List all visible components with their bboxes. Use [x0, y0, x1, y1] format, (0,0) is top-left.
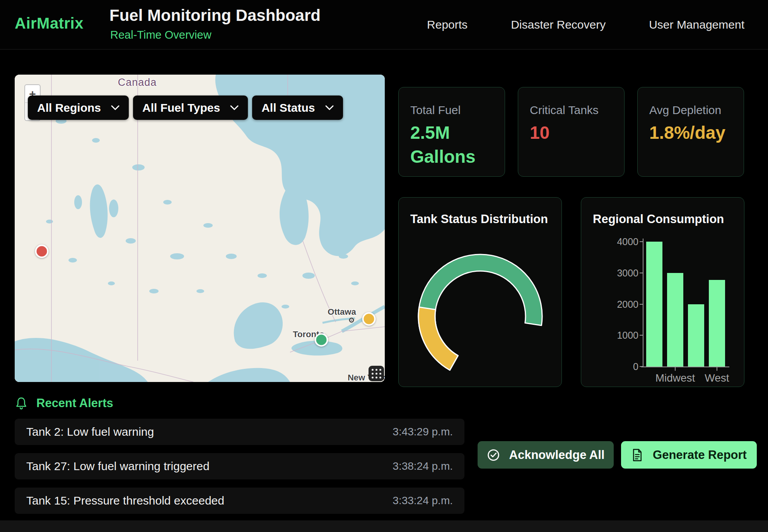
bar-chart-ytick-mark: [640, 241, 643, 242]
check-circle-icon: [487, 448, 500, 462]
nav-user-management[interactable]: User Management: [649, 18, 744, 31]
tank-marker-warning[interactable]: [362, 312, 376, 326]
regional-consumption-bar-chart: 01000200030004000MidwestWest: [581, 198, 745, 387]
donut-slice-warning: [418, 307, 458, 370]
chevron-down-icon: [230, 105, 239, 111]
alert-message: Tank 2: Low fuel warning: [26, 425, 154, 438]
alerts-title: Recent Alerts: [36, 396, 113, 410]
bar-chart-xtick-label: West: [686, 372, 748, 384]
alert-row[interactable]: Tank 2: Low fuel warning3:43:29 p.m.: [15, 419, 464, 445]
bar-chart-ytick-mark: [640, 273, 643, 273]
alert-timestamp: 3:43:29 p.m.: [393, 426, 453, 438]
bottom-strip: [0, 520, 768, 532]
bar-chart-x-axis: [641, 367, 729, 367]
map-filters: All RegionsAll Fuel TypesAll Status: [28, 95, 343, 120]
bar-chart-ytick-label: 1000: [584, 330, 638, 341]
alert-row[interactable]: Tank 27: Low fuel warning triggered3:38:…: [15, 453, 464, 479]
tank-marker-normal[interactable]: [315, 333, 328, 347]
ottawa-town-dot: [349, 318, 354, 323]
stat-value: 2.5M Gallons: [410, 121, 482, 169]
stat-label: Total Fuel: [410, 104, 493, 117]
chevron-down-icon: [111, 105, 119, 111]
regional-consumption-card: Regional Consumption 01000200030004000Mi…: [581, 197, 744, 387]
stat-card-critical-tanks: Critical Tanks10: [518, 87, 625, 177]
bar-chart-ytick-label: 0: [584, 361, 638, 372]
alert-row[interactable]: Tank 15: Pressure threshold exceeded3:33…: [15, 488, 464, 514]
bar-chart-ytick-mark: [640, 366, 643, 367]
bar-chart-xtick-mark: [675, 367, 676, 371]
alert-message: Tank 27: Low fuel warning triggered: [26, 460, 210, 473]
bar-chart-y-axis: [643, 239, 643, 367]
filter-all-regions[interactable]: All Regions: [28, 95, 129, 120]
tank-status-card: Tank Status Distribution: [398, 197, 562, 387]
bar-chart-ytick-label: 3000: [584, 268, 638, 279]
stat-value: 1.8%/day: [649, 121, 721, 145]
bar-region-1: [646, 242, 662, 367]
header: AirMatrix Fuel Monitoring Dashboard Real…: [0, 0, 768, 49]
map-canvas: [15, 75, 385, 382]
chevron-down-icon: [325, 105, 334, 111]
tank-marker-critical[interactable]: [35, 245, 49, 258]
drag-handle-icon[interactable]: [369, 366, 384, 381]
filter-value: All Fuel Types: [142, 101, 220, 114]
bell-icon: [15, 397, 27, 410]
acknowledge-all-label: Acknowledge All: [509, 448, 605, 462]
brand-logo[interactable]: AirMatrix: [15, 15, 84, 32]
page-subtitle: Real-Time Overview: [110, 29, 212, 41]
stat-card-avg-depletion: Avg Depletion1.8%/day: [637, 87, 744, 177]
nav-disaster-recovery[interactable]: Disaster Recovery: [511, 18, 606, 31]
bar-midwest: [667, 273, 683, 367]
map-region-label: Canada: [118, 77, 157, 89]
alert-timestamp: 3:38:24 p.m.: [393, 460, 453, 472]
map-city-label-ottawa: Ottawa: [328, 307, 356, 317]
bar-chart-xtick-mark: [717, 367, 717, 371]
bar-west: [709, 280, 725, 367]
stat-card-total-fuel: Total Fuel2.5M Gallons: [398, 87, 505, 177]
filter-value: All Status: [261, 101, 315, 114]
document-icon: [631, 448, 643, 462]
tank-status-donut-chart: [399, 198, 562, 387]
nav-reports[interactable]: Reports: [427, 18, 468, 31]
alerts-header: Recent Alerts: [15, 396, 113, 410]
alert-message: Tank 15: Pressure threshold exceeded: [26, 494, 224, 507]
filter-all-fuel-types[interactable]: All Fuel Types: [133, 95, 248, 120]
main-nav: ReportsDisaster RecoveryUser Management: [427, 0, 744, 49]
stat-value: 10: [530, 121, 601, 145]
alert-timestamp: 3:33:24 p.m.: [393, 494, 453, 507]
filter-all-status[interactable]: All Status: [252, 95, 343, 120]
bar-region-3: [688, 304, 704, 367]
bar-chart-ytick-label: 4000: [584, 236, 638, 247]
filter-value: All Regions: [37, 101, 101, 114]
bar-chart-ytick-mark: [640, 304, 643, 305]
stat-label: Avg Depletion: [649, 104, 732, 117]
generate-report-label: Generate Report: [653, 448, 747, 462]
acknowledge-all-button[interactable]: Acknowledge All: [478, 441, 614, 469]
generate-report-button[interactable]: Generate Report: [621, 441, 757, 469]
fuel-map[interactable]: Canada Ottawa Toronto New York + − All R…: [15, 75, 385, 382]
bar-chart-ytick-mark: [640, 335, 643, 336]
bar-chart-ytick-label: 2000: [584, 299, 638, 310]
stat-label: Critical Tanks: [530, 104, 613, 117]
page-title: Fuel Monitoring Dashboard: [109, 6, 321, 25]
